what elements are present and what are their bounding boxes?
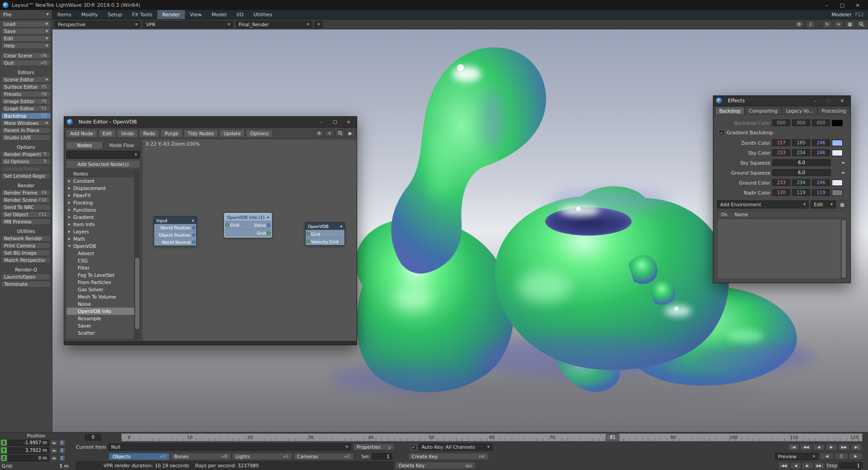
- zenith-color-swatch[interactable]: [832, 140, 843, 146]
- sidebar-item[interactable]: Edit ▼: [1, 35, 51, 42]
- timeline-tick[interactable]: 100: [727, 435, 741, 440]
- node-list-item[interactable]: Gas Solver: [66, 286, 134, 293]
- axis-toggle[interactable]: Y: [1, 447, 7, 453]
- axis-toggle[interactable]: X: [1, 440, 7, 446]
- spinner-icon[interactable]: ◀▶: [50, 447, 58, 454]
- openvdb-node[interactable]: OpenVDB ▼ Grid Velocity Grid: [305, 222, 345, 246]
- sky-b-field[interactable]: 246: [812, 149, 830, 156]
- ground-g-field[interactable]: 234: [792, 179, 810, 186]
- input-port-icon[interactable]: [307, 240, 310, 243]
- sidebar-item[interactable]: Clear Scene +N: [1, 52, 51, 59]
- envelope-button[interactable]: E: [59, 440, 66, 446]
- node-list-item[interactable]: ▶ FiberFX: [66, 192, 134, 199]
- envelope-button[interactable]: E: [59, 455, 66, 461]
- output-port-icon[interactable]: [267, 232, 270, 235]
- input-node[interactable]: Input ▼ World Position Object Position: [154, 216, 197, 246]
- maximize-icon[interactable]: □: [330, 118, 340, 126]
- zenith-g-field[interactable]: 185: [792, 139, 810, 146]
- item-type-button[interactable]: Bones +B: [170, 453, 231, 460]
- timeline-tick[interactable]: 90: [666, 435, 680, 440]
- close-icon[interactable]: ×: [837, 97, 848, 105]
- current-item-select[interactable]: Null ▼: [108, 443, 351, 451]
- output-port-icon[interactable]: [192, 241, 195, 244]
- environment-list-icon[interactable]: ▦: [838, 200, 847, 209]
- sidebar-item[interactable]: Image Editor F6: [1, 98, 51, 104]
- input-port-icon[interactable]: [226, 223, 229, 227]
- add-environment-select[interactable]: Add Environment ▼: [717, 200, 809, 209]
- axis-value-field[interactable]: -1.9957 m: [8, 440, 49, 446]
- openvdb-info-node-header[interactable]: OpenVDB Info (1) ▼: [225, 214, 271, 221]
- sidebar-item[interactable]: Presets F8: [1, 91, 51, 97]
- node-editor-toolbar-button[interactable]: Purge: [160, 129, 182, 138]
- create-key-button[interactable]: Create Key ret: [408, 453, 489, 460]
- sidebar-item[interactable]: Surface Editor F5: [1, 84, 51, 90]
- timeline-tick[interactable]: 120: [848, 435, 861, 440]
- node-list-item[interactable]: Resample: [66, 315, 134, 322]
- node-editor-toolbar-button[interactable]: Update: [219, 129, 245, 138]
- node-list-item[interactable]: Filter: [66, 264, 134, 271]
- envelope-button[interactable]: E: [59, 447, 66, 454]
- close-icon[interactable]: ×: [343, 118, 354, 126]
- minimize-icon[interactable]: –: [316, 118, 327, 126]
- file-menu-button[interactable]: File ▼: [0, 10, 52, 19]
- backdrop-g-field[interactable]: 000: [792, 119, 810, 126]
- effects-tab[interactable]: Processing: [818, 107, 850, 114]
- edit-select[interactable]: Edit ▼: [811, 200, 836, 209]
- sidebar-item[interactable]: Set Limited Region: [1, 173, 51, 179]
- spinner-icon[interactable]: ◀▶: [50, 440, 58, 446]
- zenith-r-field[interactable]: 157: [772, 139, 790, 146]
- sidebar-item[interactable]: Render Frame F9: [1, 190, 51, 196]
- spinner-icon[interactable]: ◀▶: [50, 455, 58, 461]
- delete-key-button[interactable]: Delete Key del: [395, 462, 476, 469]
- maximize-icon[interactable]: □: [823, 97, 834, 105]
- effects-tab[interactable]: Compositing: [745, 107, 782, 114]
- pan-view-icon[interactable]: +: [834, 21, 843, 28]
- node-list-item[interactable]: ▶ Math: [66, 235, 134, 242]
- node-editor-toolbar-button[interactable]: Undo: [117, 129, 137, 138]
- item-type-button[interactable]: Lights +L: [232, 453, 292, 460]
- import-icon[interactable]: ⇩: [806, 21, 815, 28]
- menu-tab[interactable]: Render: [157, 10, 185, 19]
- step-transport-button[interactable]: ▶▶: [814, 462, 825, 469]
- sidebar-item[interactable]: Scene Editor ▼: [1, 76, 51, 83]
- ground-r-field[interactable]: 233: [772, 179, 790, 186]
- zoom-graph-icon[interactable]: [335, 130, 344, 137]
- preview-transport-button[interactable]: ▶: [849, 453, 863, 460]
- add-selected-node-button[interactable]: Add Selected Node(s): [66, 160, 140, 168]
- sidebar-item[interactable]: GI Options ˆP: [1, 158, 51, 165]
- timeline-tick[interactable]: 60: [485, 435, 499, 440]
- node-list-item[interactable]: ▶ Item Info: [66, 221, 134, 228]
- properties-button[interactable]: Properties p: [353, 443, 395, 451]
- item-type-button[interactable]: Objects +O: [109, 453, 170, 460]
- start-frame-field[interactable]: 0: [85, 434, 101, 441]
- sidebar-item[interactable]: Print Camera: [1, 242, 51, 249]
- menu-tab[interactable]: View: [185, 10, 207, 19]
- node-list-item[interactable]: Nodes: [66, 170, 134, 177]
- node-list-item[interactable]: ▶ Layers: [66, 228, 134, 235]
- sidebar-item[interactable]: Network Render: [1, 235, 51, 242]
- minimize-icon[interactable]: –: [819, 0, 835, 10]
- menu-tab[interactable]: Modify: [76, 10, 103, 19]
- effects-tab[interactable]: Backdrop: [715, 107, 745, 114]
- node-list-item[interactable]: Scatter: [66, 329, 134, 337]
- preview-select[interactable]: Preview ▼: [775, 453, 818, 460]
- axis-value-field[interactable]: 3.7922 m: [8, 447, 49, 454]
- scrollbar-thumb[interactable]: [842, 220, 846, 278]
- timeline-tick[interactable]: 20: [243, 435, 257, 440]
- sidebar-item[interactable]: Backdrop ˆF5: [1, 113, 51, 119]
- stepper-icon[interactable]: ◂▸: [840, 161, 847, 165]
- sidebar-item[interactable]: Render Properties ˆP: [1, 151, 51, 157]
- camera-select[interactable]: Final_Render ▼: [236, 21, 312, 28]
- preview-transport-button[interactable]: ◀: [820, 453, 834, 460]
- preview-transport-button[interactable]: ||: [835, 453, 848, 460]
- gradient-backdrop-checkbox[interactable]: ✓: [719, 130, 725, 136]
- render-style-select[interactable]: VPR ▼: [143, 21, 233, 28]
- node-editor-tab[interactable]: Node Flow: [104, 141, 141, 149]
- timeline-tick[interactable]: 70: [546, 435, 559, 440]
- view-mode-select[interactable]: Perspective ▼: [55, 21, 141, 28]
- node-list-item[interactable]: ▶ Flocking: [66, 199, 134, 206]
- transport-button[interactable]: ▶▶: [838, 444, 850, 451]
- sidebar-item[interactable]: Load ▼: [1, 21, 51, 27]
- openvdb-info-node[interactable]: OpenVDB Info (1) ▼ Grid Value Grid: [224, 213, 272, 237]
- timeline-tick[interactable]: 50: [425, 435, 438, 440]
